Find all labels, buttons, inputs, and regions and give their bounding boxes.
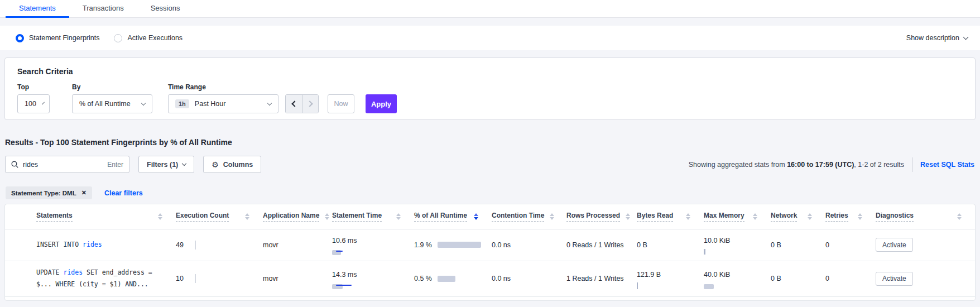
cell-network: 0 B (771, 229, 825, 261)
search-box[interactable]: Enter (5, 156, 129, 173)
active-filters-row: Statement Type: DML ✕ Clear filters (6, 186, 976, 199)
sort-icon[interactable] (808, 213, 812, 220)
time-bar-line (336, 285, 352, 286)
cell-rows-processed: 0 Reads / 1 Writes (566, 229, 637, 261)
chevron-down-icon (182, 161, 186, 166)
sort-icon[interactable] (158, 213, 162, 220)
filters-button-label: Filters (1) (147, 161, 178, 169)
cell-application-name: movr (263, 261, 332, 297)
cell-contention-time: 0.0 ns (492, 229, 566, 261)
activate-diagnostics-button[interactable]: Activate (876, 272, 913, 286)
col-header-contention-time[interactable]: Contention Time (492, 204, 566, 229)
cell-diagnostics: Activate (876, 261, 975, 297)
statement-fingerprint-link[interactable]: INSERT INTO rides (5, 239, 172, 251)
stats-summary: Showing aggregated stats from 16:00 to 1… (689, 161, 904, 169)
cell-max-memory: 10.0 KiB (704, 229, 771, 261)
activate-diagnostics-button[interactable]: Activate (876, 238, 913, 252)
sort-icon[interactable] (550, 213, 554, 220)
radio-label: Statement Fingerprints (29, 34, 99, 42)
now-button[interactable]: Now (328, 94, 354, 113)
time-range-select[interactable]: 1h Past Hour (168, 94, 278, 113)
sort-icon[interactable] (753, 213, 757, 220)
close-icon[interactable]: ✕ (81, 189, 87, 196)
cell-bytes-read: 121.9 B (637, 261, 704, 297)
cell-runtime-pct: 1.9 % (414, 229, 492, 261)
col-header-statement-time[interactable]: Statement Time (332, 204, 414, 229)
columns-button[interactable]: ⚙ Columns (203, 156, 261, 173)
time-nav-group (285, 94, 319, 113)
cell-runtime-pct: 0.5 % (414, 261, 492, 297)
view-mode-radio-group: Statement Fingerprints Active Executions (16, 34, 182, 42)
top-select[interactable]: 100 (17, 94, 50, 113)
by-select[interactable]: % of All Runtime (72, 94, 152, 113)
show-description-label: Show description (906, 34, 959, 42)
col-header-statements[interactable]: Statements (5, 204, 176, 229)
radio-statement-fingerprints[interactable]: Statement Fingerprints (16, 34, 99, 42)
time-next-button[interactable] (302, 95, 318, 113)
col-header-diagnostics[interactable]: Diagnostics (876, 204, 975, 229)
tab-transactions[interactable]: Transactions (69, 1, 137, 17)
col-header-network[interactable]: Network (771, 204, 825, 229)
radio-label: Active Executions (127, 34, 182, 42)
radio-unselected-icon (114, 34, 122, 42)
col-header-rows-processed[interactable]: Rows Processed (566, 204, 637, 229)
view-mode-band: Statement Fingerprints Active Executions… (0, 26, 980, 50)
table-row: UPDATE rides SET end_address = $... WHER… (5, 261, 975, 297)
time-range-badge: 1h (175, 99, 189, 108)
stats-summary-range: 16:00 to 17:59 (UTC) (787, 161, 854, 169)
cell-max-memory: 40.0 KiB (704, 261, 771, 297)
chevron-left-icon (291, 100, 297, 107)
search-criteria-title: Search Criteria (17, 67, 963, 76)
sort-icon[interactable] (245, 213, 249, 220)
apply-button[interactable]: Apply (366, 94, 397, 113)
search-input[interactable] (23, 161, 103, 169)
sort-icon[interactable] (396, 213, 401, 220)
chevron-down-icon (963, 35, 969, 40)
reset-sql-stats-link[interactable]: Reset SQL Stats (920, 161, 974, 169)
col-header-pct-all-runtime[interactable]: % of All Runtime (414, 204, 492, 229)
col-header-bytes-read[interactable]: Bytes Read (637, 204, 704, 229)
statement-fingerprint-link[interactable]: UPDATE rides SET end_address = $... WHER… (5, 267, 172, 291)
sort-icon-active[interactable] (474, 213, 478, 220)
search-criteria-controls: Top 100 By % of All Runtime Time Range 1… (17, 83, 963, 113)
table-header-row: Statements Execution Count Application N… (5, 204, 975, 229)
cell-retries: 0 (825, 261, 876, 297)
sort-icon[interactable] (957, 213, 962, 220)
filter-chip-label: Statement Type: DML (11, 190, 76, 196)
sort-icon[interactable] (858, 213, 862, 220)
tab-sessions[interactable]: Sessions (137, 1, 194, 17)
col-header-application-name[interactable]: Application Name (263, 204, 332, 229)
show-description-toggle[interactable]: Show description (906, 34, 968, 42)
clear-filters-link[interactable]: Clear filters (104, 189, 143, 197)
radio-selected-icon (16, 34, 24, 42)
radio-active-executions[interactable]: Active Executions (114, 34, 182, 42)
sort-icon[interactable] (686, 213, 690, 220)
gear-icon: ⚙ (212, 160, 219, 169)
filter-chip-statement-type: Statement Type: DML ✕ (6, 186, 92, 199)
col-header-retries[interactable]: Retries (825, 204, 876, 229)
results-toolbar: Enter Filters (1) ⚙ Columns Showing aggr… (5, 156, 976, 173)
col-header-max-memory[interactable]: Max Memory (704, 204, 771, 229)
results-heading: Results - Top 100 Statement Fingerprints… (5, 138, 976, 147)
statements-table-card: Statements Execution Count Application N… (4, 204, 976, 301)
search-criteria-panel: Search Criteria Top 100 By % of All Runt… (4, 57, 976, 120)
time-prev-button[interactable] (286, 95, 302, 113)
cell-bytes-read: 0 B (637, 229, 704, 261)
tab-statements[interactable]: Statements (6, 1, 69, 17)
time-range-label: Time Range (168, 83, 278, 91)
cell-application-name: movr (263, 229, 332, 261)
sort-icon[interactable] (626, 213, 630, 220)
cell-rows-processed: 1 Reads / 1 Writes (566, 261, 637, 297)
sort-icon[interactable] (325, 213, 329, 220)
bar-tick (195, 241, 196, 250)
top-tab-bar: Statements Transactions Sessions (0, 0, 980, 18)
col-header-execution-count[interactable]: Execution Count (176, 204, 263, 229)
filters-button[interactable]: Filters (1) (138, 156, 194, 173)
memory-bar (704, 249, 705, 255)
search-icon (11, 161, 18, 168)
by-select-value: % of All Runtime (79, 100, 131, 108)
columns-button-label: Columns (223, 161, 253, 169)
cell-statement-time: 10.6 ms (332, 229, 414, 261)
top-label: Top (17, 83, 72, 91)
cell-execution-count: 10 (176, 261, 263, 297)
